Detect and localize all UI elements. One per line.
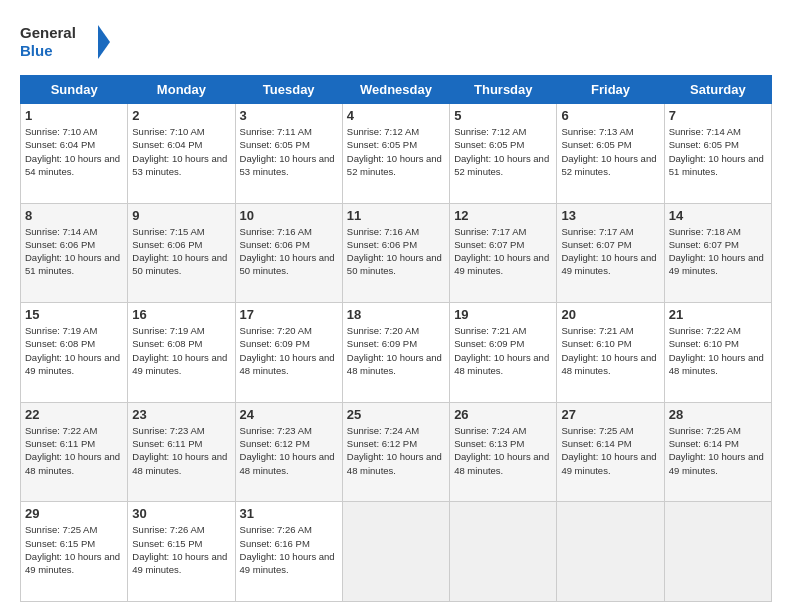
day-info: Sunrise: 7:24 AM Sunset: 6:13 PM Dayligh… (454, 424, 552, 477)
logo-icon: General Blue (20, 20, 110, 65)
day-info: Sunrise: 7:13 AM Sunset: 6:05 PM Dayligh… (561, 125, 659, 178)
day-number: 10 (240, 208, 338, 223)
day-header-wednesday: Wednesday (342, 76, 449, 104)
day-number: 26 (454, 407, 552, 422)
day-number: 3 (240, 108, 338, 123)
calendar-cell (664, 502, 771, 602)
day-info: Sunrise: 7:21 AM Sunset: 6:09 PM Dayligh… (454, 324, 552, 377)
day-number: 19 (454, 307, 552, 322)
day-info: Sunrise: 7:19 AM Sunset: 6:08 PM Dayligh… (132, 324, 230, 377)
day-number: 2 (132, 108, 230, 123)
calendar-cell: 17Sunrise: 7:20 AM Sunset: 6:09 PM Dayli… (235, 303, 342, 403)
calendar-cell: 26Sunrise: 7:24 AM Sunset: 6:13 PM Dayli… (450, 402, 557, 502)
calendar-cell: 10Sunrise: 7:16 AM Sunset: 6:06 PM Dayli… (235, 203, 342, 303)
day-info: Sunrise: 7:22 AM Sunset: 6:11 PM Dayligh… (25, 424, 123, 477)
calendar-cell: 25Sunrise: 7:24 AM Sunset: 6:12 PM Dayli… (342, 402, 449, 502)
calendar-cell: 16Sunrise: 7:19 AM Sunset: 6:08 PM Dayli… (128, 303, 235, 403)
day-header-thursday: Thursday (450, 76, 557, 104)
calendar-cell: 31Sunrise: 7:26 AM Sunset: 6:16 PM Dayli… (235, 502, 342, 602)
day-header-saturday: Saturday (664, 76, 771, 104)
day-number: 12 (454, 208, 552, 223)
day-info: Sunrise: 7:15 AM Sunset: 6:06 PM Dayligh… (132, 225, 230, 278)
day-info: Sunrise: 7:19 AM Sunset: 6:08 PM Dayligh… (25, 324, 123, 377)
day-number: 9 (132, 208, 230, 223)
calendar-cell: 20Sunrise: 7:21 AM Sunset: 6:10 PM Dayli… (557, 303, 664, 403)
day-number: 16 (132, 307, 230, 322)
day-number: 30 (132, 506, 230, 521)
day-number: 17 (240, 307, 338, 322)
day-info: Sunrise: 7:21 AM Sunset: 6:10 PM Dayligh… (561, 324, 659, 377)
calendar-table: SundayMondayTuesdayWednesdayThursdayFrid… (20, 75, 772, 602)
calendar-cell: 27Sunrise: 7:25 AM Sunset: 6:14 PM Dayli… (557, 402, 664, 502)
svg-marker-2 (98, 25, 110, 59)
day-number: 22 (25, 407, 123, 422)
day-info: Sunrise: 7:12 AM Sunset: 6:05 PM Dayligh… (347, 125, 445, 178)
svg-text:Blue: Blue (20, 42, 53, 59)
calendar-page: General Blue SundayMondayTuesdayWednesda… (0, 0, 792, 612)
day-header-monday: Monday (128, 76, 235, 104)
day-info: Sunrise: 7:20 AM Sunset: 6:09 PM Dayligh… (347, 324, 445, 377)
day-info: Sunrise: 7:26 AM Sunset: 6:15 PM Dayligh… (132, 523, 230, 576)
day-info: Sunrise: 7:23 AM Sunset: 6:12 PM Dayligh… (240, 424, 338, 477)
calendar-cell: 30Sunrise: 7:26 AM Sunset: 6:15 PM Dayli… (128, 502, 235, 602)
day-number: 20 (561, 307, 659, 322)
day-number: 28 (669, 407, 767, 422)
calendar-cell (342, 502, 449, 602)
day-number: 5 (454, 108, 552, 123)
day-info: Sunrise: 7:12 AM Sunset: 6:05 PM Dayligh… (454, 125, 552, 178)
day-info: Sunrise: 7:26 AM Sunset: 6:16 PM Dayligh… (240, 523, 338, 576)
calendar-cell: 22Sunrise: 7:22 AM Sunset: 6:11 PM Dayli… (21, 402, 128, 502)
calendar-header-row: SundayMondayTuesdayWednesdayThursdayFrid… (21, 76, 772, 104)
day-info: Sunrise: 7:25 AM Sunset: 6:15 PM Dayligh… (25, 523, 123, 576)
day-number: 25 (347, 407, 445, 422)
calendar-cell: 15Sunrise: 7:19 AM Sunset: 6:08 PM Dayli… (21, 303, 128, 403)
day-number: 27 (561, 407, 659, 422)
day-info: Sunrise: 7:22 AM Sunset: 6:10 PM Dayligh… (669, 324, 767, 377)
day-number: 24 (240, 407, 338, 422)
day-number: 4 (347, 108, 445, 123)
calendar-cell: 24Sunrise: 7:23 AM Sunset: 6:12 PM Dayli… (235, 402, 342, 502)
day-info: Sunrise: 7:16 AM Sunset: 6:06 PM Dayligh… (347, 225, 445, 278)
day-number: 11 (347, 208, 445, 223)
day-info: Sunrise: 7:10 AM Sunset: 6:04 PM Dayligh… (132, 125, 230, 178)
day-number: 15 (25, 307, 123, 322)
day-info: Sunrise: 7:25 AM Sunset: 6:14 PM Dayligh… (561, 424, 659, 477)
calendar-cell: 19Sunrise: 7:21 AM Sunset: 6:09 PM Dayli… (450, 303, 557, 403)
calendar-cell (450, 502, 557, 602)
calendar-cell: 11Sunrise: 7:16 AM Sunset: 6:06 PM Dayli… (342, 203, 449, 303)
calendar-cell: 6Sunrise: 7:13 AM Sunset: 6:05 PM Daylig… (557, 104, 664, 204)
day-info: Sunrise: 7:23 AM Sunset: 6:11 PM Dayligh… (132, 424, 230, 477)
day-number: 31 (240, 506, 338, 521)
calendar-cell: 18Sunrise: 7:20 AM Sunset: 6:09 PM Dayli… (342, 303, 449, 403)
day-info: Sunrise: 7:16 AM Sunset: 6:06 PM Dayligh… (240, 225, 338, 278)
day-number: 29 (25, 506, 123, 521)
calendar-cell: 4Sunrise: 7:12 AM Sunset: 6:05 PM Daylig… (342, 104, 449, 204)
calendar-week-2: 8Sunrise: 7:14 AM Sunset: 6:06 PM Daylig… (21, 203, 772, 303)
svg-text:General: General (20, 24, 76, 41)
day-number: 1 (25, 108, 123, 123)
day-number: 14 (669, 208, 767, 223)
header: General Blue (20, 20, 772, 65)
calendar-cell: 14Sunrise: 7:18 AM Sunset: 6:07 PM Dayli… (664, 203, 771, 303)
calendar-cell: 3Sunrise: 7:11 AM Sunset: 6:05 PM Daylig… (235, 104, 342, 204)
day-header-tuesday: Tuesday (235, 76, 342, 104)
calendar-cell: 29Sunrise: 7:25 AM Sunset: 6:15 PM Dayli… (21, 502, 128, 602)
calendar-cell: 2Sunrise: 7:10 AM Sunset: 6:04 PM Daylig… (128, 104, 235, 204)
logo: General Blue (20, 20, 110, 65)
day-info: Sunrise: 7:11 AM Sunset: 6:05 PM Dayligh… (240, 125, 338, 178)
calendar-cell: 7Sunrise: 7:14 AM Sunset: 6:05 PM Daylig… (664, 104, 771, 204)
day-number: 23 (132, 407, 230, 422)
calendar-cell: 8Sunrise: 7:14 AM Sunset: 6:06 PM Daylig… (21, 203, 128, 303)
day-info: Sunrise: 7:14 AM Sunset: 6:05 PM Dayligh… (669, 125, 767, 178)
day-header-sunday: Sunday (21, 76, 128, 104)
calendar-cell: 9Sunrise: 7:15 AM Sunset: 6:06 PM Daylig… (128, 203, 235, 303)
calendar-cell (557, 502, 664, 602)
calendar-cell: 12Sunrise: 7:17 AM Sunset: 6:07 PM Dayli… (450, 203, 557, 303)
calendar-cell: 21Sunrise: 7:22 AM Sunset: 6:10 PM Dayli… (664, 303, 771, 403)
day-info: Sunrise: 7:20 AM Sunset: 6:09 PM Dayligh… (240, 324, 338, 377)
day-header-friday: Friday (557, 76, 664, 104)
calendar-cell: 5Sunrise: 7:12 AM Sunset: 6:05 PM Daylig… (450, 104, 557, 204)
day-number: 18 (347, 307, 445, 322)
day-info: Sunrise: 7:25 AM Sunset: 6:14 PM Dayligh… (669, 424, 767, 477)
calendar-cell: 1Sunrise: 7:10 AM Sunset: 6:04 PM Daylig… (21, 104, 128, 204)
